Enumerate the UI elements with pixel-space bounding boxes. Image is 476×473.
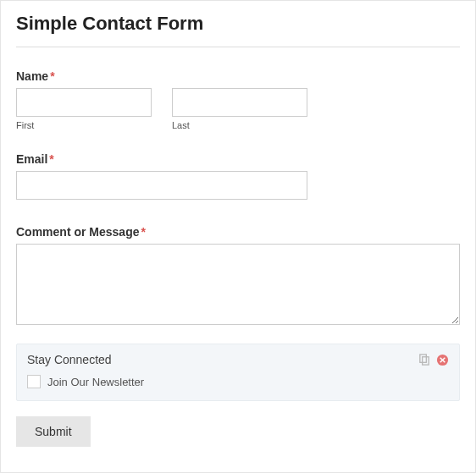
last-name-col: Last — [172, 88, 307, 130]
comment-label-text: Comment or Message — [16, 225, 139, 239]
name-label-text: Name — [16, 69, 48, 83]
last-name-input[interactable] — [172, 88, 307, 117]
delete-icon[interactable] — [435, 353, 449, 366]
newsletter-checkbox[interactable] — [27, 375, 41, 388]
divider — [16, 47, 460, 47]
contact-form-container: Simple Contact Form Name* First Last Ema… — [0, 0, 476, 473]
email-label: Email* — [16, 152, 460, 166]
name-row: First Last — [16, 88, 460, 130]
comment-textarea[interactable] — [16, 244, 460, 325]
first-name-sublabel: First — [16, 120, 152, 130]
stay-connected-actions — [417, 353, 449, 366]
comment-field-group: Comment or Message* — [16, 225, 460, 328]
required-mark: * — [141, 225, 145, 239]
email-input[interactable] — [16, 171, 307, 200]
last-name-sublabel: Last — [172, 120, 307, 130]
email-label-text: Email — [16, 152, 47, 166]
name-field-group: Name* First Last — [16, 69, 460, 130]
stay-connected-section: Stay Connected Join Our Newsletter — [16, 344, 460, 401]
required-mark: * — [49, 152, 53, 166]
newsletter-checkbox-row: Join Our Newsletter — [27, 375, 449, 388]
stay-connected-title: Stay Connected — [27, 353, 112, 366]
comment-label: Comment or Message* — [16, 225, 460, 239]
submit-button[interactable]: Submit — [16, 416, 91, 447]
stay-connected-header: Stay Connected — [27, 353, 449, 366]
required-mark: * — [50, 69, 54, 83]
svg-rect-1 — [422, 356, 429, 364]
first-name-input[interactable] — [16, 88, 152, 117]
first-name-col: First — [16, 88, 152, 130]
duplicate-icon[interactable] — [417, 353, 430, 366]
name-label: Name* — [16, 69, 460, 83]
email-input-wrap — [16, 171, 307, 200]
newsletter-checkbox-label: Join Our Newsletter — [47, 376, 144, 388]
form-title: Simple Contact Form — [16, 13, 460, 35]
svg-rect-0 — [419, 354, 426, 361]
email-field-group: Email* — [16, 152, 460, 200]
